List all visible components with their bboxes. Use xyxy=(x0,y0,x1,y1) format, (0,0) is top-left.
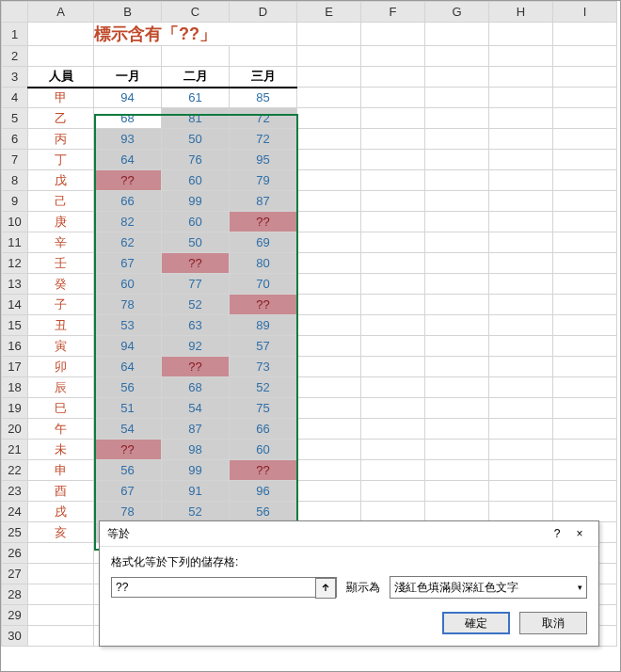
cell-empty[interactable] xyxy=(297,67,361,88)
data-cell[interactable]: 78 xyxy=(94,295,162,315)
cell-empty[interactable] xyxy=(425,460,489,481)
cell-empty[interactable] xyxy=(553,398,617,419)
row-header-22[interactable]: 22 xyxy=(2,460,28,481)
cell-empty[interactable] xyxy=(297,377,361,398)
data-cell[interactable]: 81 xyxy=(162,108,230,129)
data-cell[interactable]: 62 xyxy=(94,232,162,253)
data-cell[interactable]: 67 xyxy=(94,253,162,274)
cell-empty[interactable] xyxy=(425,88,489,108)
cell-empty[interactable] xyxy=(489,67,553,88)
row-header-2[interactable]: 2 xyxy=(2,46,28,67)
row-header-10[interactable]: 10 xyxy=(2,212,28,232)
cell-empty[interactable] xyxy=(361,212,425,232)
cell-empty[interactable] xyxy=(553,88,617,108)
cell-empty[interactable] xyxy=(361,129,425,150)
data-cell[interactable]: 72 xyxy=(230,108,297,129)
ok-button[interactable]: 確定 xyxy=(442,612,510,634)
data-cell[interactable]: 99 xyxy=(162,460,230,481)
data-cell[interactable]: 64 xyxy=(94,150,162,170)
row-header-16[interactable]: 16 xyxy=(2,336,28,357)
data-cell[interactable]: 52 xyxy=(162,295,230,315)
data-cell[interactable]: 68 xyxy=(94,108,162,129)
cell-empty[interactable] xyxy=(425,440,489,460)
data-cell[interactable]: 69 xyxy=(230,232,297,253)
data-cell[interactable]: 60 xyxy=(230,440,297,460)
data-cell[interactable]: 87 xyxy=(230,191,297,212)
cell-empty[interactable] xyxy=(489,150,553,170)
cell-empty[interactable] xyxy=(553,67,617,88)
cell-empty[interactable] xyxy=(489,129,553,150)
data-cell[interactable]: 95 xyxy=(230,150,297,170)
cell-empty[interactable] xyxy=(489,336,553,357)
cell-empty[interactable] xyxy=(297,440,361,460)
row-header-1[interactable]: 1 xyxy=(2,23,28,46)
data-cell[interactable]: 63 xyxy=(162,315,230,336)
data-cell[interactable]: ?? xyxy=(94,440,162,460)
cell-empty[interactable] xyxy=(361,502,425,522)
cell-empty[interactable] xyxy=(553,419,617,440)
row-header-8[interactable]: 8 xyxy=(2,170,28,191)
col-header-I[interactable]: I xyxy=(553,2,617,23)
cell-empty[interactable] xyxy=(361,191,425,212)
cell-empty[interactable] xyxy=(361,67,425,88)
cell-empty[interactable] xyxy=(553,295,617,315)
col-header-D[interactable]: D xyxy=(230,2,297,23)
cell-empty[interactable] xyxy=(425,232,489,253)
cell-empty[interactable] xyxy=(489,419,553,440)
row-header-11[interactable]: 11 xyxy=(2,232,28,253)
data-cell[interactable]: 50 xyxy=(162,129,230,150)
cell-empty[interactable] xyxy=(425,129,489,150)
cell-empty[interactable] xyxy=(425,357,489,377)
cell-empty[interactable] xyxy=(489,357,553,377)
cell-empty[interactable] xyxy=(553,315,617,336)
row-header-5[interactable]: 5 xyxy=(2,108,28,129)
cell-empty[interactable] xyxy=(425,253,489,274)
row-header-30[interactable]: 30 xyxy=(2,626,28,647)
row-header-21[interactable]: 21 xyxy=(2,440,28,460)
cell-empty[interactable] xyxy=(94,46,162,67)
row-header-17[interactable]: 17 xyxy=(2,357,28,377)
cell-empty[interactable] xyxy=(297,129,361,150)
row-header-24[interactable]: 24 xyxy=(2,502,28,522)
cell-empty[interactable] xyxy=(28,626,94,647)
cell-empty[interactable] xyxy=(361,170,425,191)
cell-empty[interactable] xyxy=(361,357,425,377)
data-cell[interactable]: 68 xyxy=(162,377,230,398)
data-cell[interactable]: ?? xyxy=(94,170,162,191)
data-cell[interactable]: ?? xyxy=(162,253,230,274)
equals-value-input[interactable] xyxy=(111,577,337,598)
cell-empty[interactable] xyxy=(297,419,361,440)
cell-empty[interactable] xyxy=(553,377,617,398)
cell-empty[interactable] xyxy=(489,502,553,522)
cell-empty[interactable] xyxy=(297,336,361,357)
row-header-15[interactable]: 15 xyxy=(2,315,28,336)
data-cell[interactable]: 60 xyxy=(162,212,230,232)
col-header-G[interactable]: G xyxy=(425,2,489,23)
cell-empty[interactable] xyxy=(489,170,553,191)
cell-A1[interactable] xyxy=(28,23,94,46)
cell-empty[interactable] xyxy=(425,315,489,336)
data-cell[interactable]: 66 xyxy=(94,191,162,212)
cell-empty[interactable] xyxy=(297,460,361,481)
cell-empty[interactable] xyxy=(28,564,94,584)
cell-empty[interactable] xyxy=(425,67,489,88)
cell-empty[interactable] xyxy=(489,315,553,336)
cell-empty[interactable] xyxy=(489,108,553,129)
collapse-dialog-icon[interactable] xyxy=(315,578,336,599)
cell-empty[interactable] xyxy=(553,170,617,191)
cell-empty[interactable] xyxy=(361,274,425,295)
cell-empty[interactable] xyxy=(425,481,489,502)
data-cell[interactable]: 98 xyxy=(162,440,230,460)
data-cell[interactable]: 56 xyxy=(94,377,162,398)
cell-empty[interactable] xyxy=(297,23,361,46)
cell-empty[interactable] xyxy=(28,605,94,626)
cell-empty[interactable] xyxy=(361,150,425,170)
cell-empty[interactable] xyxy=(297,88,361,108)
data-cell[interactable]: 61 xyxy=(162,88,230,108)
data-cell[interactable]: 92 xyxy=(162,336,230,357)
col-header-A[interactable]: A xyxy=(28,2,94,23)
data-cell[interactable]: 96 xyxy=(230,481,297,502)
cell-empty[interactable] xyxy=(489,232,553,253)
cell-empty[interactable] xyxy=(297,502,361,522)
cell-empty[interactable] xyxy=(361,481,425,502)
